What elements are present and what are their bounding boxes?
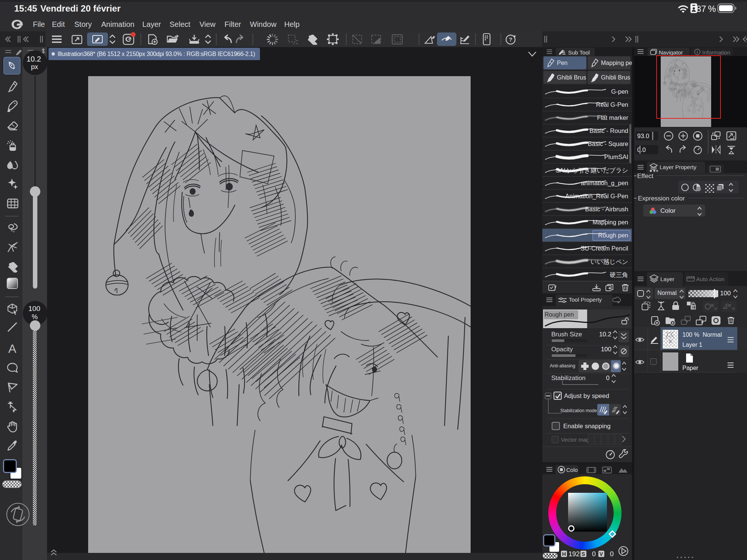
svg-text:?: ? [509,36,512,43]
svg-text:A: A [8,342,16,354]
